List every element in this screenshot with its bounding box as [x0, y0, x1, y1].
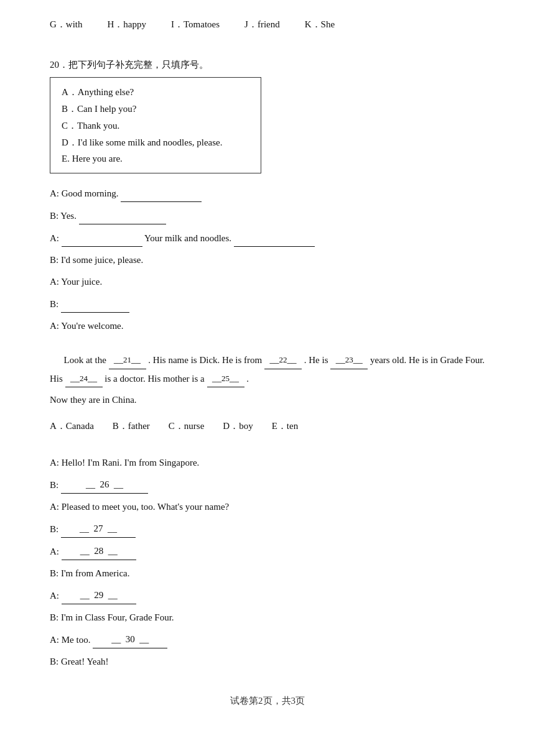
passage-opt-D: D．boy: [223, 420, 253, 432]
dialog-line-6: B:: [50, 295, 485, 313]
blank-26: __ 26 __: [61, 476, 148, 494]
passage-opt-A: A．Canada: [50, 420, 94, 432]
blank-30: __ 30 __: [93, 631, 167, 648]
dialog-line-7: A: You're welcome.: [50, 318, 485, 334]
passage-options: A．Canada B．father C．nurse D．boy E．ten: [50, 420, 485, 432]
option-G: G．with: [50, 19, 83, 30]
option-K: K．She: [305, 19, 335, 30]
dialog2-line-2: B: __ 26 __: [50, 476, 485, 494]
passage-opt-C: C．nurse: [169, 420, 205, 432]
blank-line-3b: [234, 229, 315, 247]
dialog-line-4: B: I'd some juice, please.: [50, 252, 485, 269]
blank-line-2: [79, 207, 166, 224]
dialog-line-2: B: Yes.: [50, 207, 485, 224]
box-item-C: C．Thank you.: [62, 120, 249, 132]
passage-opt-B: B．father: [113, 420, 150, 432]
passage-opt-E: E．ten: [272, 420, 299, 432]
q20-box: A．Anything else? B．Can I help you? C．Tha…: [50, 77, 261, 173]
dialog2-section: A: Hello! I'm Rani. I'm from Singapore. …: [50, 454, 485, 670]
passage-section: Look at the __21__ . His name is Dick. H…: [50, 351, 485, 409]
blank-line-1: [121, 185, 202, 202]
box-item-B: B．Can I help you?: [62, 103, 249, 115]
blank-29: __ 29 __: [62, 587, 136, 604]
dialog2-line-3: A: Pleased to meet you, too. What's your…: [50, 499, 485, 515]
box-item-A: A．Anything else?: [62, 86, 249, 98]
box-item-D: D．I'd like some milk and noodles, please…: [62, 137, 249, 149]
option-J: J．friend: [244, 19, 280, 30]
blank-21: __21__: [109, 351, 146, 369]
dialog2-line-10: B: Great! Yeah!: [50, 653, 485, 670]
blank-22: __22__: [264, 351, 302, 369]
dialog-line-5: A: Your juice.: [50, 274, 485, 290]
dialog2-line-6: B: I'm from America.: [50, 565, 485, 582]
dialog2-line-8: B: I'm in Class Four, Grade Four.: [50, 609, 485, 626]
blank-23: __23__: [330, 351, 368, 369]
blank-28: __ 28 __: [62, 543, 136, 560]
blank-line-6: [61, 295, 129, 313]
dialog2-line-5: A: __ 28 __: [50, 543, 485, 560]
dialog2-line-1: A: Hello! I'm Rani. I'm from Singapore.: [50, 454, 485, 471]
dialog-line-3: A: Your milk and noodles.: [50, 229, 485, 247]
box-item-E: E. Here you are.: [62, 154, 249, 164]
dialog2-line-4: B: __ 27 __: [50, 520, 485, 538]
passage-para2: Now they are in China.: [50, 391, 485, 409]
blank-25: __25__: [207, 369, 244, 388]
passage-para1: Look at the __21__ . His name is Dick. H…: [50, 351, 485, 387]
dialog2-line-7: A: __ 29 __: [50, 587, 485, 604]
blank-line-3a: [62, 229, 142, 247]
footer-text: 试卷第2页，共3页: [230, 696, 305, 706]
page-footer: 试卷第2页，共3页: [50, 695, 485, 707]
option-H: H．happy: [108, 19, 147, 30]
speaker-A1: A: Good morning.: [50, 188, 118, 198]
speaker-B1: B: Yes.: [50, 211, 77, 221]
dialog-line-1: A: Good morning.: [50, 185, 485, 202]
q20-title: 20．把下列句子补充完整，只填序号。: [50, 59, 485, 71]
question-20: 20．把下列句子补充完整，只填序号。 A．Anything else? B．Ca…: [50, 59, 485, 334]
top-options-row: G．with H．happy I．Tomatoes J．friend K．She: [50, 19, 485, 30]
speaker-A2: A:: [50, 233, 62, 243]
option-I: I．Tomatoes: [171, 19, 220, 30]
blank-27: __ 27 __: [61, 520, 136, 538]
blank-24: __24__: [65, 369, 103, 388]
dialog2-line-9: A: Me too. __ 30 __: [50, 631, 485, 648]
